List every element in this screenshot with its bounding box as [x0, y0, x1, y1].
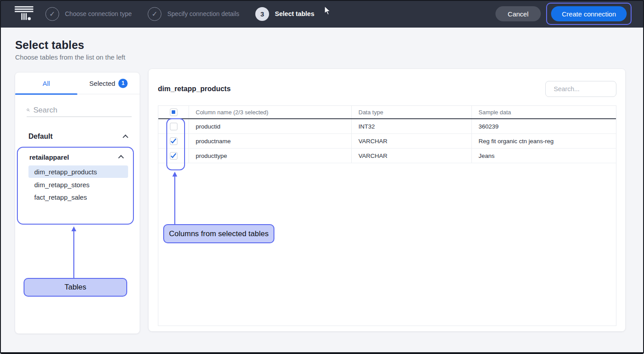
selected-table-title: dim_retapp_products	[158, 85, 231, 93]
cell-data-type: INT32	[352, 119, 472, 133]
tables-search[interactable]	[27, 104, 132, 117]
step1-label: Choose connection type	[65, 10, 132, 17]
table-item-label: dim_retapp_products	[34, 168, 97, 176]
header-column-name: Column name (2/3 selected)	[189, 106, 352, 118]
tables-annotation-outline: retailapparel dim_retapp_products dim_re…	[17, 147, 134, 225]
step-select-tables[interactable]: 3 Select tables	[255, 7, 314, 21]
cell-column-name: productid	[189, 119, 352, 133]
selected-count-badge: 1	[118, 79, 128, 88]
checkbox-checked-icon	[170, 138, 177, 144]
schema-retailapparel[interactable]: retailapparel	[29, 153, 124, 161]
cell-data-type: VARCHAR	[352, 149, 472, 163]
header-sample-data: Sample data	[472, 106, 616, 118]
group-default-label: Default	[28, 133, 52, 141]
tables-panel-tabs: All Selected 1	[15, 72, 140, 94]
select-all-checkbox[interactable]	[170, 109, 177, 116]
tables-annotation-text: Tables	[64, 283, 86, 292]
row-checkbox-checked[interactable]	[170, 152, 177, 160]
topbar-actions: Cancel Create connection	[495, 3, 632, 25]
chevron-up-icon	[123, 134, 129, 140]
mouse-cursor	[324, 6, 331, 16]
thoughtspot-logo-icon	[14, 6, 34, 22]
page-subtitle: Choose tables from the list on the left	[15, 53, 125, 61]
page-title: Select tables	[15, 39, 84, 52]
table-list-item-fact-retapp-sales[interactable]: fact_retapp_sales	[28, 191, 128, 203]
row-checkbox-unchecked[interactable]	[170, 123, 177, 130]
search-icon	[27, 107, 30, 113]
cell-sample-data: 360239	[472, 119, 616, 133]
table-list-item-dim-retapp-products[interactable]: dim_retapp_products	[28, 165, 128, 178]
header-data-type: Data type	[352, 106, 472, 118]
columns-annotation-text: Columns from selected tables	[169, 229, 269, 238]
columns-panel: dim_retapp_products Column name (2/3 sel…	[149, 69, 625, 331]
cell-sample-data: Reg fit organic ctn jeans-reg	[472, 134, 616, 148]
row-checkbox-checked[interactable]	[170, 137, 177, 145]
table-item-label: dim_retapp_stores	[34, 181, 89, 189]
create-connection-button[interactable]: Create connection	[551, 6, 627, 21]
table-item-label: fact_retapp_sales	[34, 193, 87, 201]
columns-table: Column name (2/3 selected) Data type Sam…	[158, 105, 616, 326]
tab-all-label: All	[43, 80, 50, 87]
step2-label: Specify connection details	[167, 10, 239, 17]
table-list-item-dim-retapp-stores[interactable]: dim_retapp_stores	[28, 178, 128, 191]
columns-search-input[interactable]	[554, 85, 637, 93]
table-row-productid: productid INT32 360239	[158, 119, 616, 134]
schema-name-label: retailapparel	[29, 153, 69, 161]
columns-table-header: Column name (2/3 selected) Data type Sam…	[158, 106, 616, 119]
columns-annotation-label: Columns from selected tables	[163, 224, 274, 243]
cancel-button[interactable]: Cancel	[495, 6, 541, 21]
step3-number: 3	[255, 7, 269, 21]
tables-search-input[interactable]	[33, 106, 132, 115]
cell-data-type: VARCHAR	[352, 134, 472, 148]
tab-selected-label: Selected	[89, 80, 115, 87]
step1-check-icon: ✓	[45, 7, 59, 21]
step3-label: Select tables	[275, 10, 314, 17]
chevron-up-icon	[118, 155, 124, 161]
indeterminate-checkbox-icon	[172, 110, 175, 114]
cell-column-name: productname	[189, 134, 352, 148]
step-choose-connection-type[interactable]: ✓ Choose connection type	[45, 7, 132, 21]
create-connection-annotation-outline: Create connection	[546, 3, 632, 25]
checkbox-checked-icon	[170, 153, 177, 158]
group-default[interactable]: Default	[28, 133, 128, 141]
wizard-top-bar: ✓ Choose connection type ✓ Specify conne…	[0, 0, 644, 28]
wizard-steps: ✓ Choose connection type ✓ Specify conne…	[45, 7, 330, 21]
table-row-producttype: producttype VARCHAR Jeans	[158, 149, 616, 163]
table-row-productname: productname VARCHAR Reg fit organic ctn …	[158, 134, 616, 149]
columns-search[interactable]	[545, 81, 616, 97]
step-specify-connection-details[interactable]: ✓ Specify connection details	[148, 7, 239, 21]
cell-sample-data: Jeans	[472, 149, 616, 163]
tables-annotation-label: Tables	[24, 278, 127, 297]
cell-column-name: producttype	[189, 149, 352, 163]
tab-selected[interactable]: Selected 1	[77, 72, 140, 94]
tab-all[interactable]: All	[15, 72, 77, 94]
step2-check-icon: ✓	[148, 7, 161, 21]
